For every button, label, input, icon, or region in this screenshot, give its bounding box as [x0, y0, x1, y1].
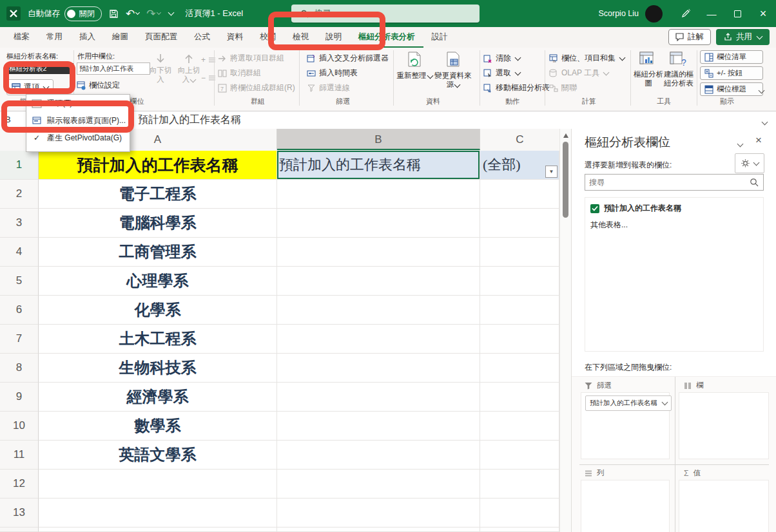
row-header-3[interactable]: 3	[0, 209, 39, 238]
cell-A11[interactable]: 英語文學系	[39, 441, 277, 470]
select-button[interactable]: 選取	[483, 68, 520, 79]
cell-B3[interactable]	[277, 209, 480, 238]
row-header-5[interactable]: 5	[0, 267, 39, 296]
collapse-field-button[interactable]: −	[201, 73, 215, 82]
filter-connections-button[interactable]: 篩選連線	[307, 82, 350, 93]
cell-A9[interactable]: 經濟學系	[39, 383, 277, 412]
menu-item-show-report-filter-pages[interactable]: 顯示報表篩選頁面(P)...	[26, 112, 130, 129]
cell-B5[interactable]	[277, 267, 480, 296]
fields-items-sets-button[interactable]: fx 欄位、項目和集	[549, 53, 625, 64]
insert-timeline-button[interactable]: 插入時間表	[307, 68, 358, 79]
cell-B6[interactable]	[277, 296, 480, 325]
cell-C13[interactable]	[480, 499, 559, 527]
row-header-6[interactable]: 6	[0, 296, 39, 325]
pivotchart-button[interactable]: 樞紐分析圖	[634, 52, 663, 88]
row-header-10[interactable]: 10	[0, 412, 39, 441]
scroll-up-icon[interactable]	[563, 133, 568, 138]
cell-A1[interactable]: 預計加入的工作表名稱	[39, 151, 277, 180]
cell-C8[interactable]	[480, 354, 559, 383]
row-header-2[interactable]: 2	[0, 180, 39, 209]
cell-A2[interactable]: 電子工程系	[39, 180, 277, 209]
cell-B9[interactable]	[277, 383, 480, 412]
field-list-toggle[interactable]: 欄位清單	[700, 50, 763, 64]
cell-B12[interactable]	[277, 470, 480, 499]
drill-up-button[interactable]: 向上切入	[175, 53, 202, 84]
tab-insert[interactable]: 插入	[71, 27, 104, 48]
row-header-13[interactable]: 13	[0, 499, 39, 527]
rows-area-box[interactable]	[581, 480, 670, 532]
field-settings-button[interactable]: 欄位設定	[77, 80, 120, 91]
tools-gear-button[interactable]	[735, 153, 764, 173]
filters-area-box[interactable]: 預計加入的工作表名稱	[581, 392, 670, 459]
tab-design[interactable]: 設計	[423, 27, 456, 48]
cell-C4[interactable]	[480, 238, 559, 267]
tab-formulas[interactable]: 公式	[186, 27, 218, 48]
quick-access-more-icon[interactable]	[168, 12, 173, 15]
field-list-item[interactable]: 預計加入的工作表名稱	[585, 198, 763, 214]
cell-B8[interactable]	[277, 354, 480, 383]
cell-B2[interactable]	[277, 180, 480, 209]
change-data-source-button[interactable]: 變更資料來源	[434, 52, 472, 90]
row-header-7[interactable]: 7	[0, 325, 39, 354]
name-box[interactable]: B	[5, 115, 11, 124]
ribbon-display-pen-icon[interactable]	[673, 0, 699, 27]
cell-B11[interactable]	[277, 441, 480, 470]
tab-draw[interactable]: 繪圖	[104, 27, 137, 48]
close-button[interactable]: ×	[750, 0, 776, 27]
undo-button[interactable]: ↶	[126, 7, 139, 21]
cell-A8[interactable]: 生物科技系	[39, 354, 277, 383]
clear-button[interactable]: 清除	[483, 53, 520, 64]
expand-formula-bar-icon[interactable]	[761, 117, 767, 126]
ungroup-button[interactable]: 取消群組	[218, 68, 261, 79]
row-header-4[interactable]: 4	[0, 238, 39, 267]
cell-C3[interactable]	[480, 209, 559, 238]
cell-A4[interactable]: 工商管理系	[39, 238, 277, 267]
menu-item-options[interactable]: 選項(T)...	[26, 95, 130, 112]
cell-B7[interactable]	[277, 325, 480, 354]
tab-data[interactable]: 資料	[218, 27, 251, 48]
pivot-name-field[interactable]: 樞紐分析表2	[6, 63, 73, 74]
plus-minus-buttons-toggle[interactable]: +/- 按鈕	[700, 66, 763, 80]
cell-C6[interactable]	[480, 296, 559, 325]
filters-chip[interactable]: 預計加入的工作表名稱	[585, 395, 672, 411]
cell-C1[interactable]: (全部) ▼	[480, 151, 559, 180]
row-header-1[interactable]: 1	[0, 151, 39, 180]
cell-C5[interactable]	[480, 267, 559, 296]
cell-A12[interactable]	[39, 470, 277, 499]
pane-options-chevron-icon[interactable]	[737, 139, 742, 148]
collapse-ribbon-icon[interactable]	[758, 90, 764, 93]
active-field-value[interactable]: 預計加入的工作表	[77, 62, 150, 75]
pane-close-icon[interactable]: ×	[755, 134, 762, 147]
tab-home[interactable]: 常用	[38, 27, 71, 48]
menu-item-generate-getpivotdata[interactable]: ✓ 產生 GetPivotData(G)	[26, 129, 130, 147]
cell-B13[interactable]	[277, 499, 480, 527]
tab-view[interactable]: 檢視	[284, 27, 317, 48]
column-header-B[interactable]: B	[277, 129, 480, 150]
share-button[interactable]: 共用	[716, 29, 770, 45]
filter-dropdown-button[interactable]: ▼	[545, 166, 558, 178]
insert-slicer-button[interactable]: 插入交叉分析篩選器	[307, 53, 389, 64]
cell-C9[interactable]	[480, 383, 559, 412]
tab-pivottable-analyze[interactable]: 樞紐分析表分析	[350, 27, 423, 48]
cell-A7[interactable]: 土木工程系	[39, 325, 277, 354]
autosave-toggle[interactable]: 自動儲存 關閉	[28, 6, 102, 21]
drill-down-button[interactable]: 向下切入	[147, 53, 174, 84]
tab-file[interactable]: 檔案	[5, 27, 38, 48]
save-button[interactable]	[109, 9, 119, 19]
options-button[interactable]: 選項	[6, 79, 53, 95]
columns-area-box[interactable]	[679, 392, 769, 459]
expand-field-button[interactable]: +	[201, 55, 215, 64]
scrollbar-thumb[interactable]	[563, 142, 568, 218]
cell-A10[interactable]: 數學系	[39, 412, 277, 441]
tab-review[interactable]: 校閱	[251, 27, 284, 48]
cell-B4[interactable]	[277, 238, 480, 267]
tab-page-layout[interactable]: 頁面配置	[137, 27, 186, 48]
move-pivottable-button[interactable]: 移動樞紐分析表	[483, 82, 550, 93]
avatar[interactable]	[645, 5, 663, 23]
values-area-box[interactable]	[679, 480, 769, 532]
comments-button[interactable]: 註解	[668, 29, 711, 45]
redo-button[interactable]: ↷	[146, 7, 160, 21]
cell-B1[interactable]: 預計加入的工作表名稱	[277, 151, 480, 180]
group-field-button[interactable]: 7 將欄位組成群組(R)	[218, 82, 295, 93]
row-header-9[interactable]: 9	[0, 383, 39, 412]
